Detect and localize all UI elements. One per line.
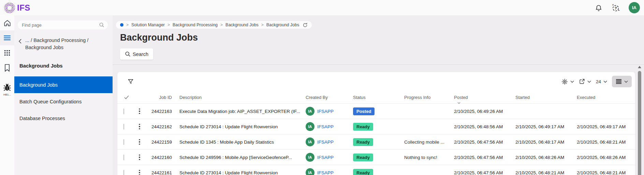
row-checkbox[interactable] xyxy=(123,108,124,114)
breadcrumb-background-processing[interactable]: Background Processing xyxy=(173,23,218,27)
search-button[interactable]: Search xyxy=(120,48,153,60)
whats-new-help-icon[interactable]: ? + + xyxy=(612,4,620,12)
row-checkbox[interactable] xyxy=(123,170,124,175)
chevron-down-icon xyxy=(603,81,607,83)
notifications-bell-icon[interactable] xyxy=(595,4,603,12)
divider xyxy=(113,64,644,65)
cell-executed: 2/10/2025, 06:49:17 AM xyxy=(577,124,635,129)
svg-text:+: + xyxy=(612,4,614,6)
sidebar-item-background-jobs[interactable]: Background Jobs xyxy=(14,76,113,93)
creator-link[interactable]: IFSAPP xyxy=(317,124,334,129)
column-header-executed[interactable]: Executed xyxy=(577,95,635,100)
svg-text:+: + xyxy=(618,9,620,12)
navigator-back[interactable]: ... / Background Processing / Background… xyxy=(18,37,109,51)
background-jobs-card: 24 xyxy=(117,72,635,175)
search-button-label: Search xyxy=(133,52,148,57)
cell-executed: 2/10/2025, 06:48:26 AM xyxy=(577,155,635,160)
cell-posted: 2/10/2025, 06:47:56 AM xyxy=(454,140,515,145)
list-view-toggle[interactable] xyxy=(612,76,632,87)
cell-status: Ready xyxy=(353,123,404,131)
debug-bug-icon[interactable] xyxy=(0,82,14,92)
cell-description: Schedule ID 1345 : Mobile App Daily Stat… xyxy=(175,140,303,145)
cell-status: Ready xyxy=(353,154,404,161)
chevron-down-icon xyxy=(587,81,591,83)
column-header-job-id[interactable]: Job ID xyxy=(145,95,175,100)
cell-started: 2/10/2025, 06:48:21 AM xyxy=(515,170,577,175)
table-row[interactable]: 24422161 Schedule ID 273014 : Update Fli… xyxy=(117,165,635,175)
creator-link[interactable]: IFSAPP xyxy=(317,170,334,175)
bookmarks-icon[interactable] xyxy=(0,60,14,75)
column-header-progress-info[interactable]: Progress Info xyxy=(404,95,454,100)
chevron-down-icon xyxy=(624,81,628,83)
table-row[interactable]: 24422159 Schedule ID 1345 : Mobile App D… xyxy=(117,134,635,149)
cell-posted: 2/10/2025, 06:47:56 AM xyxy=(454,170,515,175)
row-checkbox[interactable] xyxy=(123,155,124,160)
row-kebab-menu-icon[interactable] xyxy=(137,170,142,175)
filter-icon[interactable] xyxy=(128,78,134,85)
navigator-menu-icon[interactable] xyxy=(0,30,14,45)
column-header-description[interactable]: Description xyxy=(175,95,303,100)
sidebar-item-database-processes[interactable]: Database Processes xyxy=(14,110,113,127)
row-checkbox[interactable] xyxy=(123,124,124,130)
cell-description: Schedule ID 273014 : Update Flight Rowve… xyxy=(175,124,303,129)
column-header-status[interactable]: Status xyxy=(353,95,404,100)
cell-created-by: IA IFSAPP xyxy=(303,137,353,146)
column-header-started[interactable]: Started xyxy=(515,95,577,100)
ifs-burst-icon xyxy=(4,2,15,13)
cell-posted: 2/10/2025, 06:47:56 AM xyxy=(454,155,515,160)
creator-link[interactable]: IFSAPP xyxy=(317,109,334,114)
cell-started: 2/10/2025, 06:48:26 AM xyxy=(515,155,577,160)
navigator-sidebar: ... / Background Processing / Background… xyxy=(14,15,113,175)
cell-job-id: 24422161 xyxy=(145,170,175,175)
row-checkbox[interactable] xyxy=(123,139,124,145)
column-header-created-by[interactable]: Created By xyxy=(303,95,353,100)
table-header-row: Job ID Description Created By Status Pro… xyxy=(117,91,635,103)
breadcrumb-background-jobs[interactable]: Background Jobs xyxy=(225,23,259,27)
table-row[interactable]: 24422160 Schedule ID 249596 : Mobile App… xyxy=(117,149,635,165)
refresh-icon[interactable] xyxy=(303,23,308,28)
row-kebab-menu-icon[interactable] xyxy=(137,108,142,114)
cell-started: 2/10/2025, 06:49:17 AM xyxy=(515,124,577,129)
table-row[interactable]: 24422163 Execute Data Migration job: AIP… xyxy=(117,103,635,119)
breadcrumb-solution-manager[interactable]: Solution Manager xyxy=(131,23,165,27)
home-icon[interactable] xyxy=(0,15,14,30)
find-page-input[interactable] xyxy=(18,20,108,29)
breadcrumb-separator: > xyxy=(261,23,264,27)
cell-posted: 2/10/2025, 06:48:56 AM xyxy=(454,124,515,129)
cell-status: Ready xyxy=(353,169,404,175)
brand-name: IFS xyxy=(17,3,30,13)
column-header-posted[interactable]: Posted xyxy=(454,95,515,100)
creator-link[interactable]: IFSAPP xyxy=(317,155,334,160)
breadcrumb-separator: > xyxy=(126,23,129,27)
select-all-checkmark-icon[interactable] xyxy=(117,95,132,99)
settings-dropdown[interactable] xyxy=(561,78,574,85)
scroll-up-arrow-icon[interactable] xyxy=(638,66,641,68)
table-row[interactable]: 24422162 Schedule ID 273014 : Update Fli… xyxy=(117,119,635,134)
row-kebab-menu-icon[interactable] xyxy=(137,155,142,160)
vertical-scrollbar[interactable] xyxy=(637,65,642,175)
export-dropdown[interactable] xyxy=(579,78,591,85)
row-kebab-menu-icon[interactable] xyxy=(137,124,142,130)
ifs-logo[interactable]: IFS xyxy=(4,2,30,13)
status-badge: Ready xyxy=(353,138,373,146)
row-kebab-menu-icon[interactable] xyxy=(137,139,142,145)
breadcrumb-background-jobs-current[interactable]: Background Jobs xyxy=(266,23,299,27)
chevron-down-icon xyxy=(570,81,574,83)
page-size-dropdown[interactable]: 24 xyxy=(596,79,607,84)
sidebar-item-batch-queue-configurations[interactable]: Batch Queue Configurations xyxy=(14,93,113,110)
cell-posted: 2/10/2025, 06:49:26 AM xyxy=(454,109,515,114)
icon-rail: HB1... xyxy=(0,15,14,175)
cell-status: Ready xyxy=(353,138,404,146)
top-bar: IFS ? + + IA xyxy=(0,0,644,15)
cell-created-by: IA IFSAPP xyxy=(303,168,353,175)
gear-icon xyxy=(561,78,568,85)
apps-grid-icon[interactable] xyxy=(0,45,14,60)
cell-progress-info: Collecting mobile ... xyxy=(404,140,454,145)
creator-link[interactable]: IFSAPP xyxy=(317,140,334,145)
scrollbar-thumb[interactable] xyxy=(638,71,641,175)
cell-created-by: IA IFSAPP xyxy=(303,107,353,116)
user-avatar[interactable]: IA xyxy=(629,2,640,13)
main-content: > Solution Manager > Background Processi… xyxy=(113,15,644,175)
cell-created-by: IA IFSAPP xyxy=(303,122,353,131)
cell-executed: 2/10/2025, 06:48:21 AM xyxy=(577,140,635,145)
